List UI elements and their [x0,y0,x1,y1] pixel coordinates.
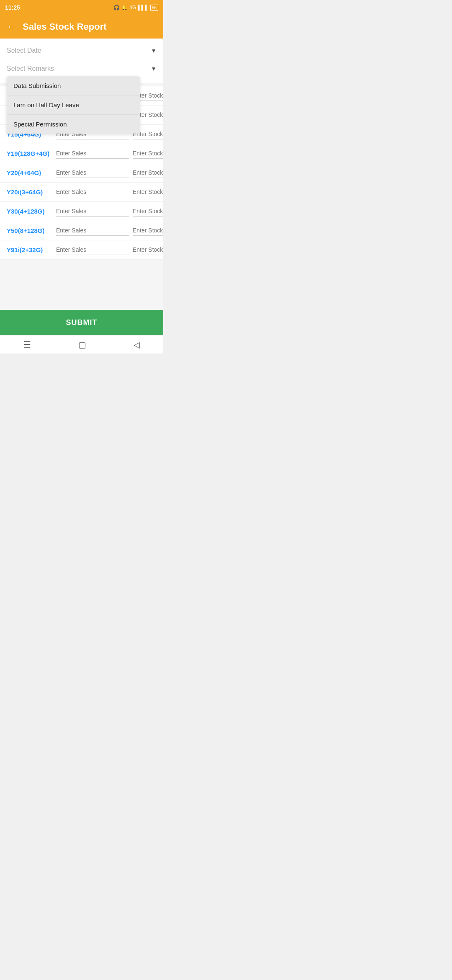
dropdown-item-0[interactable]: Data Submission [7,76,140,95]
status-icons: 🎧 🔔 4G ▌▌▌ 55 [113,5,158,11]
product-name-8: Y91i(2+32G) [7,246,53,254]
date-dropdown-arrow-icon: ▼ [151,47,157,54]
sales-input-7[interactable] [56,225,129,236]
dropdown-item-2[interactable]: Special Permission [7,115,140,134]
sales-input-8[interactable] [56,245,129,255]
product-name-4: Y20(4+64G) [7,169,53,177]
remarks-dropdown-arrow-icon: ▼ [151,65,157,72]
back-nav-icon[interactable]: ◁ [134,340,140,350]
table-row: Y20i(3+64G) [0,183,163,202]
product-name-7: Y50(8+128G) [7,227,53,235]
product-name-3: Y19(128G+4G) [7,150,53,158]
table-row: Y91i(2+32G) [0,240,163,260]
stock-input-3[interactable] [133,148,163,159]
sales-input-4[interactable] [56,168,129,178]
stock-input-4[interactable] [133,168,163,178]
bell-icon: 🔔 [121,5,128,10]
remarks-container: Select Remarks ▼ Data Submission I am on… [7,65,157,76]
stock-input-5[interactable] [133,187,163,197]
stock-input-7[interactable] [133,225,163,236]
select-date-dropdown[interactable]: Select Date ▼ [7,47,157,58]
stock-input-8[interactable] [133,245,163,255]
product-name-6: Y30(4+128G) [7,207,53,216]
signal-icon: 4G [129,5,136,10]
remarks-dropdown-menu: Data Submission I am on Half Day Leave S… [7,76,140,134]
table-row: Y19(128G+4G) [0,144,163,163]
headphone-icon: 🎧 [113,5,120,10]
signal-bars-icon: ▌▌▌ [138,5,149,10]
stock-input-6[interactable] [133,206,163,217]
table-row: Y20(4+64G) [0,163,163,183]
product-name-5: Y20i(3+64G) [7,188,53,196]
select-remarks-label: Select Remarks [7,65,54,72]
submit-button[interactable]: SUBMIT [0,310,163,335]
app-bar: ← Sales Stock Report [0,15,163,39]
table-row: Y30(4+128G) [0,202,163,221]
page-title: Sales Stock Report [23,21,107,32]
status-time: 11:25 [5,4,20,11]
back-button[interactable]: ← [7,21,16,32]
main-content: Select Date ▼ Select Remarks ▼ Data Subm… [0,39,163,310]
sales-input-6[interactable] [56,206,129,217]
form-card: Select Date ▼ Select Remarks ▼ Data Subm… [0,39,163,83]
status-bar: 11:25 🎧 🔔 4G ▌▌▌ 55 [0,0,163,15]
dropdown-item-1[interactable]: I am on Half Day Leave [7,95,140,115]
bottom-nav: ☰ ▢ ◁ [0,335,163,353]
menu-icon[interactable]: ☰ [23,340,31,350]
battery-icon: 55 [150,5,158,11]
sales-input-5[interactable] [56,187,129,197]
select-remarks-dropdown[interactable]: Select Remarks ▼ [7,65,157,76]
select-date-label: Select Date [7,47,41,54]
table-row: Y50(8+128G) [0,221,163,240]
sales-input-3[interactable] [56,148,129,159]
home-icon[interactable]: ▢ [78,340,86,350]
